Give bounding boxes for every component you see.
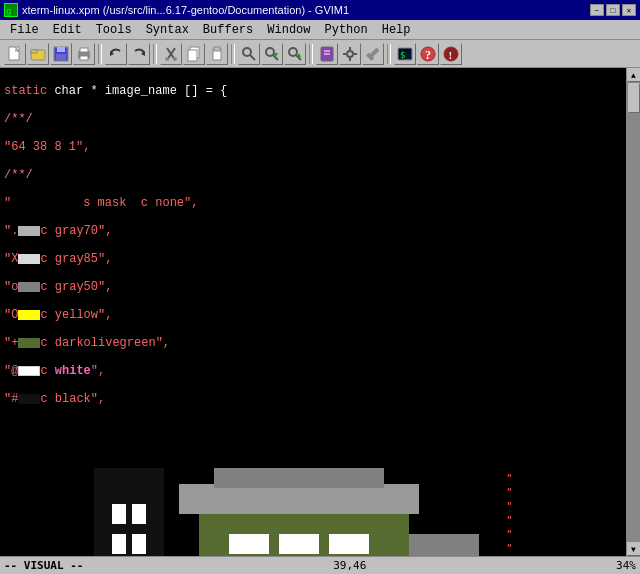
svg-rect-18 bbox=[188, 50, 197, 61]
svg-text:": " bbox=[506, 542, 513, 555]
svg-rect-68 bbox=[329, 534, 369, 554]
undo-button[interactable] bbox=[105, 43, 127, 65]
toolbar-separator-2 bbox=[153, 44, 157, 64]
scroll-down-button[interactable]: ▼ bbox=[627, 542, 641, 556]
svg-rect-10 bbox=[80, 56, 88, 60]
svg-rect-6 bbox=[57, 47, 65, 52]
code-line-6: ".c gray70", bbox=[4, 224, 622, 238]
menu-edit[interactable]: Edit bbox=[47, 22, 88, 38]
code-line-8: "oc gray50", bbox=[4, 280, 622, 294]
svg-rect-7 bbox=[56, 54, 66, 60]
code-line-12: "#c black", bbox=[4, 392, 622, 406]
code-line-7: "Xc gray85", bbox=[4, 252, 622, 266]
svg-rect-64 bbox=[214, 468, 384, 488]
about-button[interactable]: ! bbox=[440, 43, 462, 65]
toolbar-separator-5 bbox=[387, 44, 391, 64]
shell-button[interactable]: $_ bbox=[394, 43, 416, 65]
help-button[interactable]: ? bbox=[417, 43, 439, 65]
svg-text:": " bbox=[506, 514, 513, 527]
code-line-9: "Oc yellow", bbox=[4, 308, 622, 322]
save-button[interactable] bbox=[50, 43, 72, 65]
menubar: File Edit Tools Syntax Buffers Window Py… bbox=[0, 20, 640, 40]
svg-text:": " bbox=[506, 486, 513, 499]
menu-file[interactable]: File bbox=[4, 22, 45, 38]
tool-button[interactable] bbox=[362, 43, 384, 65]
window-controls: − □ ✕ bbox=[590, 4, 636, 16]
code-line-5: " s mask c none", bbox=[4, 196, 622, 210]
svg-text:g: g bbox=[6, 6, 11, 16]
scroll-up-button[interactable]: ▲ bbox=[627, 68, 641, 82]
redo-button[interactable] bbox=[128, 43, 150, 65]
svg-point-26 bbox=[289, 48, 297, 56]
svg-text:": " bbox=[506, 472, 513, 485]
pixel-art: " " " " " " " " " " " " " " " " " bbox=[4, 454, 514, 556]
svg-rect-48 bbox=[132, 504, 146, 524]
svg-text:!: ! bbox=[449, 49, 453, 61]
svg-rect-47 bbox=[112, 504, 126, 524]
menu-window[interactable]: Window bbox=[261, 22, 316, 38]
scroll-track[interactable] bbox=[627, 82, 641, 542]
svg-rect-35 bbox=[343, 53, 346, 55]
toolbar-separator-4 bbox=[309, 44, 313, 64]
minimize-button[interactable]: − bbox=[590, 4, 604, 16]
svg-rect-20 bbox=[214, 47, 220, 51]
svg-rect-66 bbox=[229, 534, 269, 554]
menu-help[interactable]: Help bbox=[376, 22, 417, 38]
toolbar-separator-1 bbox=[98, 44, 102, 64]
toolbar: $_ ? ! bbox=[0, 40, 640, 68]
svg-rect-65 bbox=[409, 534, 479, 556]
svg-text:?: ? bbox=[425, 48, 431, 62]
menu-tools[interactable]: Tools bbox=[90, 22, 138, 38]
window-title: xterm-linux.xpm (/usr/src/lin...6.17-gen… bbox=[22, 4, 349, 16]
print-button[interactable] bbox=[73, 43, 95, 65]
toolbar-separator-3 bbox=[231, 44, 235, 64]
maximize-button[interactable]: □ bbox=[606, 4, 620, 16]
titlebar: g xterm-linux.xpm (/usr/src/lin...6.17-g… bbox=[0, 0, 640, 20]
new-button[interactable] bbox=[4, 43, 26, 65]
svg-text:$_: $_ bbox=[400, 50, 411, 60]
scroll-thumb[interactable] bbox=[628, 83, 640, 113]
svg-rect-33 bbox=[349, 47, 351, 50]
titlebar-left: g xterm-linux.xpm (/usr/src/lin...6.17-g… bbox=[4, 3, 349, 17]
editor-text[interactable]: static char * image_name [] = { /**/ "64… bbox=[0, 68, 626, 556]
menu-buffers[interactable]: Buffers bbox=[197, 22, 259, 38]
find-prev-button[interactable] bbox=[284, 43, 306, 65]
tag-button[interactable] bbox=[316, 43, 338, 65]
code-line-10: "+c darkolivegreen", bbox=[4, 336, 622, 350]
cursor-position: 39,46 bbox=[333, 559, 366, 572]
close-button[interactable]: ✕ bbox=[622, 4, 636, 16]
copy-button[interactable] bbox=[183, 43, 205, 65]
menu-syntax[interactable]: Syntax bbox=[140, 22, 195, 38]
menu-python[interactable]: Python bbox=[319, 22, 374, 38]
editor-container: static char * image_name [] = { /**/ "64… bbox=[0, 68, 640, 556]
svg-rect-9 bbox=[80, 48, 88, 52]
svg-line-22 bbox=[250, 55, 255, 60]
svg-rect-34 bbox=[349, 58, 351, 61]
code-line-2: /**/ bbox=[4, 112, 622, 126]
scrollbar: ▲ ▼ bbox=[626, 68, 640, 556]
svg-rect-67 bbox=[279, 534, 319, 554]
svg-rect-50 bbox=[132, 534, 146, 554]
paste-button[interactable] bbox=[206, 43, 228, 65]
svg-rect-4 bbox=[31, 50, 37, 53]
svg-point-15 bbox=[165, 57, 169, 61]
code-line-4: /**/ bbox=[4, 168, 622, 182]
svg-rect-46 bbox=[94, 468, 164, 556]
mode-indicator: -- VISUAL -- bbox=[4, 559, 83, 572]
code-line-3: "64 38 8 1", bbox=[4, 140, 622, 154]
svg-rect-49 bbox=[112, 534, 126, 554]
find-button[interactable] bbox=[238, 43, 260, 65]
app-icon: g bbox=[4, 3, 18, 17]
svg-text:": " bbox=[506, 528, 513, 541]
code-line-11: "@c white", bbox=[4, 364, 622, 378]
svg-rect-36 bbox=[354, 53, 357, 55]
cut-button[interactable] bbox=[160, 43, 182, 65]
scroll-percent: 34% bbox=[616, 559, 636, 572]
open-button[interactable] bbox=[27, 43, 49, 65]
svg-point-23 bbox=[266, 48, 274, 56]
svg-rect-63 bbox=[179, 484, 419, 514]
svg-point-16 bbox=[173, 57, 177, 61]
find-next-button[interactable] bbox=[261, 43, 283, 65]
settings-button[interactable] bbox=[339, 43, 361, 65]
statusbar: -- VISUAL -- 39,46 34% bbox=[0, 556, 640, 574]
